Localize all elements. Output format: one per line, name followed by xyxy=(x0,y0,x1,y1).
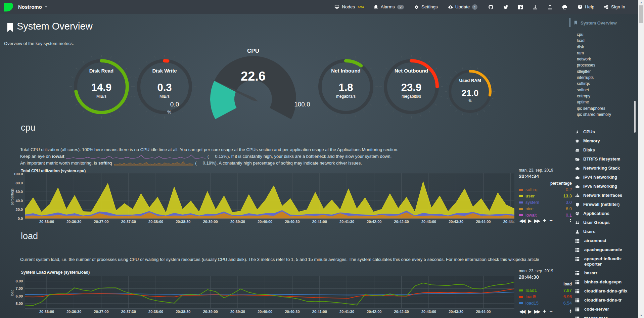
minus-button[interactable]: − xyxy=(549,218,552,224)
bell-icon xyxy=(373,4,378,10)
wikipedia-article-link[interactable]: wikipedia article xyxy=(508,257,539,262)
sidebar-item-bazarr[interactable]: bazarr xyxy=(571,269,638,278)
sidebar-item-applications[interactable]: Applications xyxy=(571,209,638,218)
sidebar-item-uptime[interactable]: uptime xyxy=(571,99,638,105)
svg-text:21.0: 21.0 xyxy=(462,88,479,98)
sidebar-item-network-interfaces[interactable]: Network Interfaces xyxy=(571,191,638,200)
sidebar-item-network[interactable]: network xyxy=(571,56,638,62)
load-average-chart[interactable]: 20:36:0020:36:3020:37:0020:37:3020:38:00… xyxy=(10,276,514,316)
sidebar-item-btrfs-filesystem[interactable]: BTRFS filesystem xyxy=(571,155,638,164)
iowait-sparkline[interactable] xyxy=(66,154,205,159)
svg-text:5.00: 5.00 xyxy=(16,302,23,306)
hostname-dropdown[interactable]: Nostromo xyxy=(18,4,48,10)
sidebar-item-softirqs[interactable]: softirqs xyxy=(571,81,638,87)
sidebar-item-entropy[interactable]: entropy xyxy=(571,93,638,99)
nav-nodes-button[interactable]: Nodesbeta xyxy=(334,4,364,10)
sidebar-item-ram[interactable]: ram xyxy=(571,50,638,56)
sidebar-item-apacheguacamole[interactable]: apacheguacamole xyxy=(571,245,638,255)
softirq-sparkline[interactable] xyxy=(114,161,193,166)
sidebar-item-interrupts[interactable]: interrupts xyxy=(571,75,638,81)
sidebar-item-user-groups[interactable]: User Groups xyxy=(571,218,638,227)
sidebar-item-cpu[interactable]: cpu xyxy=(571,32,638,38)
export-snapshot-button[interactable] xyxy=(533,4,538,10)
twitter-button[interactable] xyxy=(503,4,508,10)
cpu-chart-title: Total CPU utilization (system.cpu) xyxy=(21,169,86,173)
grid-icon xyxy=(575,298,581,303)
legend-row-iowait[interactable]: iowait0.1 xyxy=(519,213,572,218)
scroll-up-arrow[interactable]: ▲ xyxy=(638,1,644,4)
gauge-net-outbound[interactable]: Net Outbound23.9megabits/s xyxy=(378,53,445,120)
gauge-disk-read[interactable]: Disk Read14.9MiB/s xyxy=(68,53,135,120)
load-desc-text: Current system load, i.e. the number of … xyxy=(20,257,508,262)
minus-button[interactable]: − xyxy=(549,308,552,314)
legend-row-load15[interactable]: load156.54 xyxy=(519,301,572,306)
help-button[interactable]: Help xyxy=(578,4,594,10)
sidebar-item-ipc-shared-memory[interactable]: ipc shared memory xyxy=(571,111,638,118)
sidebar-item-apcupsd-influxdb-exporter[interactable]: apcupsd-influxdb-exporter xyxy=(571,255,638,269)
signin-button[interactable]: Sign In xyxy=(604,4,625,10)
scroll-down-arrow[interactable]: ▼ xyxy=(638,314,644,317)
page-scrollbar[interactable]: ▲ ▼ xyxy=(638,0,644,318)
sidebar-item-processes[interactable]: processes xyxy=(571,62,638,68)
sidebar-item-ipv6-networking[interactable]: IPv6 Networking xyxy=(571,182,638,191)
nav-update-button[interactable]: Update ! xyxy=(448,4,478,10)
svg-text:20.0: 20.0 xyxy=(16,208,23,212)
sidebar-item-ipc-semaphores[interactable]: ipc semaphores xyxy=(571,105,638,111)
sidebar-item-binhex-delugevpn[interactable]: binhex-delugevpn xyxy=(571,278,638,287)
sidebar-item-softnet[interactable]: softnet xyxy=(571,87,638,93)
rewind-button[interactable]: ◀◀ xyxy=(519,309,525,314)
svg-text:14.9: 14.9 xyxy=(91,82,111,93)
svg-text:20:37:30: 20:37:30 xyxy=(121,310,136,314)
sidebar-item-firewall-netfilter-[interactable]: Firewall (netfilter) xyxy=(571,200,638,209)
sidebar-item-users[interactable]: Users xyxy=(571,227,638,236)
sidebar-item-cloudflare-ddns-gflix[interactable]: cloudflare-ddns-gflix xyxy=(571,287,638,296)
sidebar-item-cloudflare-ddns-tr[interactable]: cloudflare-ddns-tr xyxy=(571,296,638,305)
forward-button[interactable]: ▶▶ xyxy=(534,309,540,314)
svg-text:percentage: percentage xyxy=(10,188,14,205)
legend-row-load5[interactable]: load56.96 xyxy=(519,294,572,299)
print-button[interactable] xyxy=(562,4,567,10)
cpu-utilization-chart[interactable]: 20:36:0020:36:3020:37:0020:37:3020:38:00… xyxy=(10,173,514,224)
legend-row-softirq[interactable]: softirq0.2 xyxy=(519,187,572,192)
forward-button[interactable]: ▶▶ xyxy=(534,218,540,223)
sidebar-item-networking-stack[interactable]: Networking Stack xyxy=(571,164,638,173)
plus-button[interactable]: + xyxy=(543,308,546,314)
netdata-logo-icon[interactable] xyxy=(3,2,13,12)
cpu-gauge-title: CPU xyxy=(247,48,259,54)
gauge-used-ram[interactable]: Used RAM21.0% xyxy=(443,64,497,118)
sidebar-item-system-overview[interactable]: System Overview xyxy=(573,19,638,27)
sidebar-item-disks[interactable]: Disks xyxy=(571,146,638,155)
svg-text:20:44:00: 20:44:00 xyxy=(476,220,491,224)
sidebar-item-memory[interactable]: Memory xyxy=(571,137,638,146)
play-button[interactable]: ▶ xyxy=(528,218,531,223)
play-button[interactable]: ▶ xyxy=(528,309,531,314)
scrollbar-thumb[interactable] xyxy=(639,5,643,23)
legend-chip xyxy=(519,189,523,191)
nav-settings-button[interactable]: Settings xyxy=(414,4,438,10)
sidebar-item-code-server[interactable]: code-server xyxy=(571,305,638,314)
bookmark-icon xyxy=(5,22,15,34)
plus-button[interactable]: + xyxy=(543,218,546,224)
import-snapshot-button[interactable] xyxy=(547,4,553,10)
facebook-button[interactable] xyxy=(518,4,523,10)
gauge-net-inbound[interactable]: Net Inbound1.8megabits/s xyxy=(312,53,379,120)
legend-row-user[interactable]: user13.3 xyxy=(519,193,572,198)
sidebar-item-airconnect[interactable]: airconnect xyxy=(571,236,638,245)
grid-icon xyxy=(575,289,581,294)
sidebar-item-filebrowser[interactable]: filebrowser xyxy=(571,314,638,318)
svg-text:20:38:00: 20:38:00 xyxy=(148,220,163,224)
github-button[interactable] xyxy=(488,4,494,10)
legend-row-system[interactable]: system3.0 xyxy=(519,200,572,205)
sidebar-item-disk[interactable]: disk xyxy=(571,44,638,50)
sidebar-item-load[interactable]: load xyxy=(571,38,638,44)
nav-alarms-button[interactable]: Alarms 2 xyxy=(373,4,404,10)
rewind-button[interactable]: ◀◀ xyxy=(519,218,525,223)
legend-row-nice[interactable]: nice6.0 xyxy=(519,206,572,211)
legend-chip xyxy=(519,195,523,197)
sidebar-item-ipv4-networking[interactable]: IPv4 Networking xyxy=(571,173,638,182)
legend-row-load1[interactable]: load17.87 xyxy=(519,288,572,293)
sidebar-item-idlejitter[interactable]: idlejitter xyxy=(571,69,638,75)
svg-text:Used RAM: Used RAM xyxy=(459,78,481,83)
sidebar-item-cpus[interactable]: CPUs xyxy=(571,128,638,137)
sidebar-scrollbar-thumb[interactable] xyxy=(634,101,636,133)
